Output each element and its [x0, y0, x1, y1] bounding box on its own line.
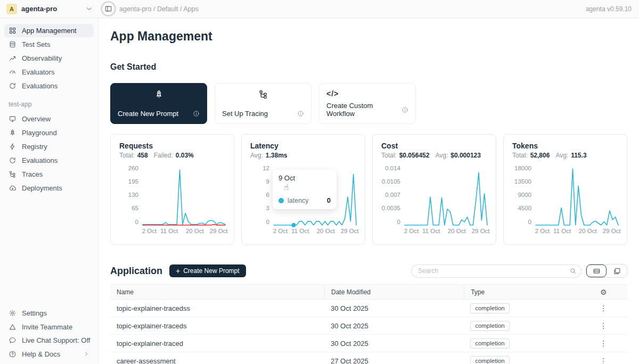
sidebar-item-app-management[interactable]: App Management: [4, 24, 94, 37]
y-axis: 0.0140.01050.0070.00350: [381, 167, 400, 226]
row-menu-icon[interactable]: ⋮: [596, 303, 610, 313]
row-menu-icon[interactable]: ⋮: [596, 321, 610, 330]
sidebar-toggle-button[interactable]: [103, 3, 114, 14]
chart-title: Tokens: [512, 142, 618, 150]
table-header: Name Date Modified Type ⚙: [110, 284, 627, 300]
tokens-series-tokens: [536, 169, 618, 225]
sidebar-item-registry[interactable]: Registry: [4, 140, 94, 153]
column-header-type[interactable]: Type: [464, 285, 580, 299]
x-axis: 2 Oct11 Oct20 Oct29 Oct: [274, 226, 356, 234]
app-version: agenta v0.59.10: [586, 5, 632, 13]
grid-icon: [9, 27, 17, 35]
set-up-tracing-card[interactable]: Set Up Tracing: [215, 83, 312, 124]
sidebar-item-observability[interactable]: Observability: [4, 52, 94, 65]
sidebar-item-traces[interactable]: Traces: [4, 168, 94, 181]
topbar-main: agenta-pro / Default / Apps agenta v0.59…: [99, 0, 639, 18]
sidebar-item-evaluations-app[interactable]: Evaluations: [4, 154, 94, 167]
chat-bubble-icon: [9, 336, 17, 344]
sidebar-item-invite-teammate[interactable]: Invite Teammate: [4, 320, 94, 334]
table-view-button[interactable]: [586, 264, 607, 277]
cost-series-cost: [405, 173, 487, 225]
cost-chart-card: Cost Total:$0.056452 Avg:$0.000123 0.014…: [372, 134, 496, 245]
sidebar-item-help-docs[interactable]: Help & Docs: [4, 348, 94, 361]
chevron-right-icon: [83, 351, 89, 357]
cloud-icon: [9, 184, 17, 192]
sidebar-item-deployments[interactable]: Deployments: [4, 181, 94, 195]
requests-chart-card: Requests Total:458 Failed:0.03% 26019513…: [110, 134, 234, 245]
latency-chart-card: Latency Avg:1.38ms 129630 2 Oct11 Oct20 …: [241, 134, 365, 245]
app-name-cell: career-assessment: [110, 357, 324, 364]
help-circle-icon: [9, 350, 17, 358]
lightning-icon: [9, 143, 17, 151]
chart-title: Requests: [119, 142, 225, 150]
card-view-button[interactable]: [607, 264, 627, 277]
application-title: Application: [110, 266, 162, 277]
app-type-cell: completion: [464, 356, 580, 364]
sidebar-item-playground[interactable]: Playground: [4, 126, 94, 139]
sidebar-item-settings[interactable]: Settings: [4, 307, 94, 320]
column-header-name[interactable]: Name: [110, 285, 324, 299]
app-type-cell: completion: [464, 338, 580, 349]
search-box: [411, 264, 581, 278]
breadcrumb[interactable]: agenta-pro / Default / Apps: [119, 5, 199, 13]
info-icon[interactable]: [402, 106, 408, 113]
search-input[interactable]: [411, 264, 581, 278]
app-date-cell: 27 Oct 2025: [324, 357, 464, 364]
gauge-icon: [9, 68, 17, 76]
create-custom-workflow-card[interactable]: </> Create Custom Workflow: [319, 83, 416, 124]
sidebar-item-evaluations[interactable]: Evaluations: [4, 79, 94, 93]
starter-card-label: Create New Prompt: [118, 110, 178, 118]
table-row[interactable]: topic-explainer-tracedss30 Oct 2025compl…: [110, 300, 627, 317]
row-menu-icon[interactable]: ⋮: [596, 356, 610, 363]
sidebar: App Management Test Sets Observability E…: [0, 18, 99, 363]
app-type-cell: completion: [464, 321, 580, 331]
table-row[interactable]: topic-explainer-traced30 Oct 2025complet…: [110, 335, 627, 352]
sidebar-item-live-chat[interactable]: Live Chat Support: Off: [4, 334, 94, 347]
search-icon[interactable]: [569, 267, 577, 275]
create-new-prompt-card[interactable]: Create New Prompt: [110, 83, 207, 124]
table-icon: [9, 40, 17, 48]
tokens-chart-plot: [536, 167, 618, 226]
type-badge: completion: [470, 321, 510, 331]
view-toggle: [586, 264, 627, 278]
info-icon[interactable]: [297, 110, 304, 117]
type-badge: completion: [470, 356, 510, 364]
panel-left-icon: [104, 5, 112, 13]
create-new-prompt-button[interactable]: + Create New Prompt: [169, 264, 246, 277]
x-axis: 2 Oct11 Oct20 Oct29 Oct: [405, 226, 487, 234]
invite-teammate-icon: [9, 323, 17, 331]
cost-chart-plot: [405, 167, 487, 226]
row-menu-icon[interactable]: ⋮: [596, 338, 610, 348]
chart-stats: Total:$0.056452 Avg:$0.000123: [381, 152, 487, 159]
tree-icon: [9, 170, 17, 178]
table-settings-gear-icon[interactable]: ⚙: [600, 288, 607, 296]
info-icon[interactable]: [193, 110, 200, 117]
sidebar-item-evaluators[interactable]: Evaluators: [4, 65, 94, 79]
column-header-date-modified[interactable]: Date Modified: [324, 285, 464, 299]
table-row[interactable]: career-assessment27 Oct 2025completion⋮: [110, 352, 627, 363]
circular-arrow-icon: [9, 156, 17, 164]
sidebar-item-test-sets[interactable]: Test Sets: [4, 38, 94, 51]
workspace-name: agenta-pro: [21, 5, 57, 13]
application-header: Application + Create New Prompt: [110, 264, 627, 278]
code-icon: </>: [326, 89, 408, 98]
chart-title: Latency: [250, 142, 356, 150]
table-row[interactable]: topic-explainer-traceds30 Oct 2025comple…: [110, 317, 627, 335]
requests-series-success: [143, 170, 225, 225]
chart-stats: Total:458 Failed:0.03%: [119, 152, 225, 159]
workspace-switcher[interactable]: A agenta-pro: [0, 0, 99, 18]
sidebar-toggle-ring: [101, 1, 116, 16]
legend-dot: [278, 198, 284, 203]
chart-tooltip: 9 Oct ☝ latency 0: [273, 170, 337, 209]
x-axis: 2 Oct11 Oct20 Oct29 Oct: [536, 226, 618, 234]
get-started-title: Get Started: [110, 62, 627, 72]
app-date-cell: 30 Oct 2025: [324, 304, 464, 312]
starter-card-label: Create Custom Workflow: [326, 102, 402, 118]
hand-cursor-icon: ☝: [284, 183, 289, 192]
app-name-cell: topic-explainer-traced: [110, 340, 324, 348]
tree-icon: [222, 89, 304, 100]
chart-title: Cost: [381, 142, 487, 150]
sidebar-item-overview[interactable]: Overview: [4, 112, 94, 126]
tooltip-date: 9 Oct: [278, 174, 331, 182]
chart-stats: Total:52,806 Avg:115.3: [512, 152, 618, 159]
